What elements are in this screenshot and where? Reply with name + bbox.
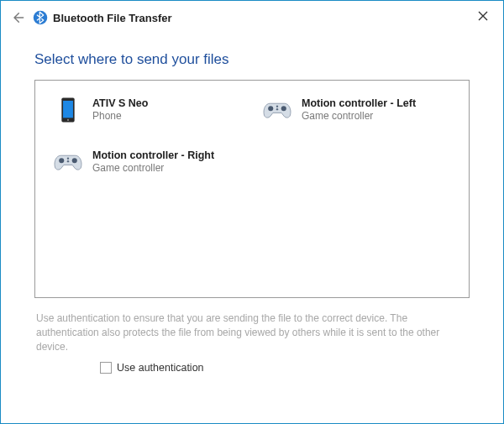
bluetooth-icon [33,10,48,25]
svg-rect-2 [63,101,73,118]
device-item-phone[interactable]: ATIV S Neo Phone [50,92,251,128]
svg-point-6 [276,105,278,107]
device-type: Phone [92,110,148,122]
svg-point-11 [67,160,69,162]
phone-icon [52,94,84,126]
main-content: Select where to send your files ATIV S N… [1,26,503,374]
close-button[interactable] [475,8,491,24]
gamepad-icon [52,146,84,178]
svg-point-9 [72,158,77,163]
device-type: Game controller [302,110,416,122]
instruction-text: Select where to send your files [34,51,470,68]
svg-point-7 [276,108,278,110]
close-icon [478,11,488,21]
device-grid: ATIV S Neo Phone Motion controller - Lef… [50,92,460,180]
svg-point-3 [67,119,69,121]
svg-point-8 [59,158,64,163]
device-list-box: ATIV S Neo Phone Motion controller - Lef… [34,80,470,298]
device-name: ATIV S Neo [92,97,148,110]
device-name: Motion controller - Left [302,97,416,110]
back-button[interactable] [9,9,26,26]
authentication-checkbox[interactable] [100,362,112,374]
header: Bluetooth File Transfer [1,1,503,26]
svg-point-10 [67,157,69,159]
back-arrow-icon [11,11,24,24]
authentication-row: Use authentication [100,362,470,374]
device-type: Game controller [92,162,214,174]
window-title: Bluetooth File Transfer [53,12,172,24]
device-item-controller-left[interactable]: Motion controller - Left Game controller [260,92,460,128]
authentication-note: Use authentication to ensure that you ar… [34,311,470,353]
device-name: Motion controller - Right [92,149,214,162]
gamepad-icon [261,94,293,126]
device-item-controller-right[interactable]: Motion controller - Right Game controlle… [50,144,251,180]
svg-point-5 [281,106,286,111]
svg-point-4 [268,106,273,111]
authentication-label: Use authentication [117,362,204,374]
